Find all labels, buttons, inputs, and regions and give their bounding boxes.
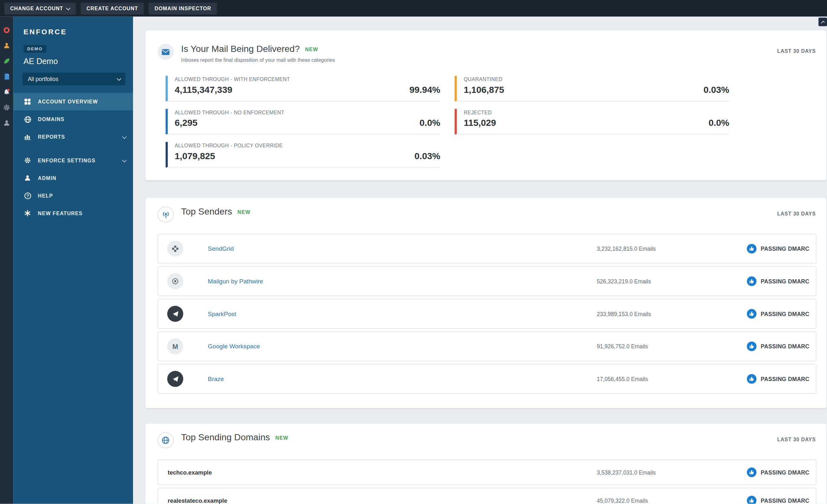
delivery-card: Is Your Mail Being Delivered? NEW Inboxe… — [145, 31, 826, 180]
notifications-bell-icon[interactable] — [3, 88, 10, 96]
stat-percent: 0.0% — [709, 118, 729, 128]
user-icon — [23, 174, 32, 181]
change-account-button[interactable]: CHANGE ACCOUNT — [4, 3, 76, 14]
sender-email-count: 3,232,162,815.0 Emails — [597, 245, 656, 252]
braze-logo-icon — [167, 371, 183, 387]
chevron-down-icon — [122, 158, 126, 162]
chevron-down-icon — [122, 134, 126, 138]
scroll-to-top-button[interactable] — [818, 18, 827, 26]
portfolio-select[interactable]: All portfolios — [22, 73, 126, 86]
chevron-down-icon — [66, 6, 70, 10]
sender-link[interactable]: SendGrid — [208, 245, 234, 252]
sender-row: SendGrid 3,232,162,815.0 Emails PASSING … — [158, 234, 816, 264]
sendgrid-logo-icon — [167, 241, 183, 257]
stat-percent: 99.94% — [409, 85, 440, 96]
delivery-card-header: Is Your Mail Being Delivered? NEW Inboxe… — [145, 31, 826, 63]
asterisk-icon — [23, 210, 32, 217]
stat-value: 115,029 — [464, 118, 496, 128]
passing-dmarc-thumb-icon — [747, 342, 757, 351]
dmarc-status: PASSING DMARC — [747, 309, 809, 319]
delivery-card-title: Is Your Mail Being Delivered? — [181, 44, 300, 54]
sidebar-item-reports[interactable]: REPORTS — [13, 128, 133, 146]
passing-dmarc-thumb-icon — [747, 467, 757, 477]
sidebar-item-new-features[interactable]: NEW FEATURES — [13, 204, 133, 222]
domain-row: realestateco.example 45,079,322.0 Emails… — [158, 488, 816, 504]
sender-email-count: 233,989,153.0 Emails — [597, 311, 651, 317]
sender-email-count: 91,926,752.0 Emails — [597, 343, 648, 350]
delivery-card-subtitle: Inboxes report the final disposition of … — [181, 57, 335, 63]
mailgun-logo-icon — [167, 273, 183, 289]
sidebar-item-label: REPORTS — [38, 134, 65, 139]
stat-label: ALLOWED THROUGH - POLICY OVERRIDE — [175, 143, 440, 148]
app-red-ring-icon[interactable] — [3, 26, 10, 34]
domain-email-count: 3,538,237,031.0 Emails — [597, 469, 656, 475]
dmarc-status: PASSING DMARC — [747, 496, 809, 504]
sidebar-item-enforce-settings[interactable]: ENFORCE SETTINGS — [13, 152, 133, 169]
enforce-logo: ENFORCE — [23, 28, 133, 36]
google-workspace-logo-icon: M — [167, 338, 183, 354]
top-senders-title: Top Senders — [181, 207, 232, 217]
create-account-label: CREATE ACCOUNT — [87, 5, 138, 11]
domain-inspector-button[interactable]: DOMAIN INSPECTOR — [149, 3, 217, 14]
globe-icon — [23, 116, 32, 123]
stat-allowed-policy-override: ALLOWED THROUGH - POLICY OVERRIDE 1,079,… — [166, 142, 440, 167]
domain-email-count: 45,079,322.0 Emails — [597, 497, 648, 504]
user-profile-icon[interactable] — [3, 119, 10, 126]
create-account-button[interactable]: CREATE ACCOUNT — [81, 3, 144, 14]
stat-percent: 0.03% — [703, 85, 729, 96]
chart-icon — [23, 133, 32, 141]
stat-label: REJECTED — [464, 110, 729, 115]
app-document-blue-icon[interactable] — [3, 73, 10, 80]
period-label: LAST 30 DAYS — [777, 207, 816, 217]
delivery-card-titles: Is Your Mail Being Delivered? NEW Inboxe… — [181, 44, 335, 63]
sidebar-item-admin[interactable]: ADMIN — [13, 169, 133, 187]
help-icon: ? — [23, 192, 32, 199]
stat-quarantined: QUARANTINED 1,106,875 0.03% — [454, 76, 729, 102]
dmarc-status-label: PASSING DMARC — [761, 245, 809, 252]
dmarc-status-label: PASSING DMARC — [761, 343, 809, 350]
domain-row: techco.example 3,538,237,031.0 Emails PA… — [158, 459, 816, 485]
sidebar-item-label: ADMIN — [38, 175, 56, 181]
sidebar-item-domains[interactable]: DOMAINS — [13, 110, 133, 128]
sender-link[interactable]: Mailgun by Pathwire — [208, 278, 263, 284]
stat-percent: 0.03% — [415, 151, 440, 162]
top-domains-header: Top Sending Domains NEW LAST 30 DAYS — [145, 424, 826, 448]
app-rail — [0, 17, 13, 504]
stat-value: 1,079,825 — [175, 151, 215, 162]
sidebar-item-help[interactable]: ? HELP — [13, 187, 133, 204]
stat-label: QUARANTINED — [464, 76, 729, 82]
demo-badge: DEMO — [23, 45, 46, 53]
account-name: AE Demo — [23, 57, 133, 66]
sidebar: ENFORCE DEMO AE Demo All portfolios ACCO… — [13, 17, 133, 504]
new-badge: NEW — [275, 435, 289, 441]
dmarc-status: PASSING DMARC — [747, 244, 809, 254]
sender-email-count: 17,056,455.0 Emails — [597, 376, 648, 382]
app-person-amber-icon[interactable] — [3, 42, 10, 49]
period-label: LAST 30 DAYS — [777, 44, 816, 54]
sender-link[interactable]: Braze — [208, 376, 224, 382]
dmarc-status: PASSING DMARC — [747, 276, 809, 286]
stat-allowed-with-enforcement: ALLOWED THROUGH - WITH ENFORCEMENT 4,115… — [166, 76, 440, 102]
sender-link[interactable]: Google Workspace — [208, 343, 260, 350]
sender-email-count: 526,323,219.0 Emails — [597, 278, 651, 284]
sparkpost-logo-icon — [167, 306, 183, 322]
dmarc-status: PASSING DMARC — [747, 374, 809, 384]
app-leaf-green-icon[interactable] — [3, 57, 10, 64]
domain-name: techco.example — [167, 469, 212, 475]
delivery-stats-grid: ALLOWED THROUGH - WITH ENFORCEMENT 4,115… — [166, 76, 827, 181]
settings-gear-icon[interactable] — [3, 103, 10, 111]
new-badge: NEW — [305, 46, 318, 52]
sidebar-item-label: HELP — [38, 193, 53, 199]
gmail-m-glyph: M — [173, 342, 178, 350]
main-content: Is Your Mail Being Delivered? NEW Inboxe… — [133, 17, 827, 504]
dmarc-status-label: PASSING DMARC — [761, 311, 809, 317]
sender-link[interactable]: SparkPost — [208, 311, 236, 317]
gear-icon — [23, 157, 32, 164]
svg-text:?: ? — [26, 193, 29, 198]
dmarc-status-label: PASSING DMARC — [761, 278, 809, 284]
sidebar-nav: ACCOUNT OVERVIEW DOMAINS REPORTS — [13, 93, 133, 222]
sidebar-item-label: DOMAINS — [38, 116, 64, 122]
sidebar-item-account-overview[interactable]: ACCOUNT OVERVIEW — [13, 93, 133, 110]
passing-dmarc-thumb-icon — [747, 374, 757, 384]
sidebar-item-label: ENFORCE SETTINGS — [38, 158, 96, 163]
